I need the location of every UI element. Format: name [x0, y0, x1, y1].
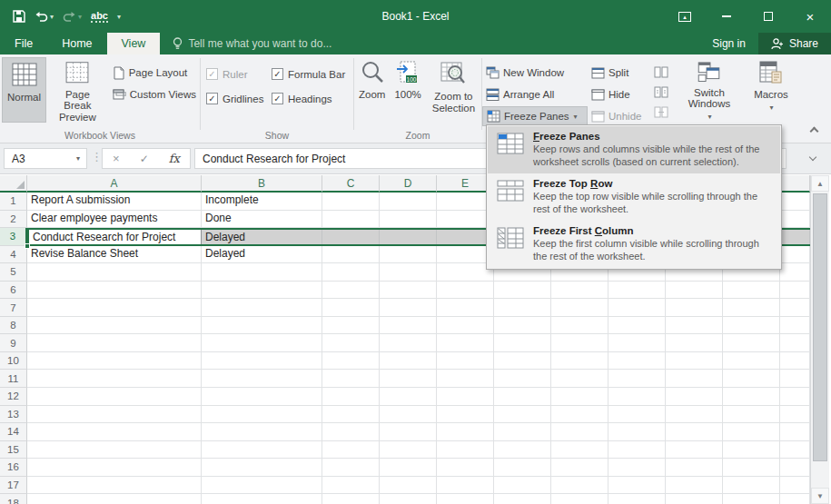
page-layout-button[interactable]: Page Layout [109, 63, 200, 83]
name-box-dropdown-icon[interactable]: ▾ [70, 154, 86, 163]
zoom-to-selection-button[interactable]: Zoom to Selection [426, 57, 481, 123]
arrange-all-button[interactable]: Arrange All [482, 84, 588, 104]
cell-H14[interactable] [608, 423, 666, 441]
cell-D10[interactable] [380, 352, 437, 371]
cell-A5[interactable] [27, 263, 202, 282]
cell-E11[interactable] [437, 370, 494, 388]
cell-G18[interactable] [551, 494, 608, 504]
cell-B12[interactable] [202, 388, 322, 406]
cell-D15[interactable] [380, 441, 437, 460]
save-button[interactable] [13, 10, 25, 23]
cell-D4[interactable] [380, 246, 437, 264]
view-side-by-side-button[interactable] [651, 63, 671, 81]
row-header-1[interactable]: 1 [0, 193, 27, 211]
cell-J14[interactable] [723, 423, 780, 441]
cell-H12[interactable] [608, 388, 666, 406]
tab-view[interactable]: View [107, 33, 161, 54]
cell-B5[interactable] [202, 263, 322, 282]
cell-D11[interactable] [380, 370, 437, 388]
cell-I17[interactable] [666, 477, 723, 495]
cell-F11[interactable] [494, 370, 551, 388]
cell-C15[interactable] [322, 441, 380, 460]
cell-G13[interactable] [551, 406, 608, 424]
spelling-button[interactable]: abc [91, 11, 108, 23]
menu-item-freeze-first-column[interactable]: Freeze First Column Keep the first colum… [488, 221, 780, 268]
cell-J15[interactable] [723, 441, 780, 460]
maximize-button[interactable] [747, 0, 789, 33]
customize-qat-button[interactable]: ▾ [117, 13, 121, 21]
split-button[interactable]: Split [588, 63, 648, 83]
cell-G11[interactable] [551, 370, 608, 388]
cell-J17[interactable] [723, 477, 780, 495]
cell-H8[interactable] [608, 317, 666, 335]
cell-C1[interactable] [322, 193, 380, 211]
cell-B1[interactable]: Incomplete [202, 193, 322, 211]
cell-K14[interactable] [780, 423, 810, 441]
cell-G12[interactable] [551, 388, 608, 406]
cell-K7[interactable] [780, 299, 810, 317]
cell-D14[interactable] [380, 423, 437, 441]
cell-K1[interactable] [780, 193, 810, 211]
row-header-3[interactable]: 3 [0, 228, 27, 246]
cell-D18[interactable] [380, 494, 437, 504]
row-header-16[interactable]: 16 [0, 459, 27, 477]
cell-I14[interactable] [666, 423, 723, 441]
cell-B13[interactable] [202, 406, 322, 424]
cell-B6[interactable] [202, 282, 322, 300]
cell-E16[interactable] [437, 459, 494, 477]
cell-J6[interactable] [723, 282, 780, 300]
menu-item-freeze-panes[interactable]: Freeze Panes Keep rows and columns visib… [488, 126, 780, 173]
cell-J8[interactable] [723, 317, 780, 335]
row-header-17[interactable]: 17 [0, 477, 27, 495]
cell-B9[interactable] [202, 334, 322, 352]
cell-C11[interactable] [322, 370, 380, 388]
cell-C2[interactable] [322, 211, 380, 229]
cell-H16[interactable] [608, 459, 666, 477]
cell-C6[interactable] [322, 282, 380, 300]
cell-A10[interactable] [27, 352, 202, 371]
scrollbar-thumb[interactable] [813, 193, 827, 461]
cell-C16[interactable] [322, 459, 380, 477]
cell-H6[interactable] [608, 282, 666, 300]
cell-A11[interactable] [27, 370, 202, 388]
cell-K4[interactable] [780, 246, 810, 264]
scroll-up-button[interactable]: ▲ [811, 175, 829, 192]
cell-K8[interactable] [780, 317, 810, 335]
cell-D17[interactable] [380, 477, 437, 495]
cell-C3[interactable] [322, 230, 380, 244]
fill-handle[interactable] [25, 243, 30, 249]
cell-H9[interactable] [608, 334, 666, 352]
cell-B15[interactable] [202, 441, 322, 460]
column-header-A[interactable]: A [27, 175, 202, 193]
cell-F6[interactable] [494, 282, 551, 300]
enter-entry-button[interactable]: ✓ [140, 153, 149, 165]
cell-F13[interactable] [494, 406, 551, 424]
cell-C14[interactable] [322, 423, 380, 441]
cell-G10[interactable] [551, 352, 608, 371]
cell-D3[interactable] [380, 230, 437, 244]
column-header[interactable] [780, 175, 810, 193]
new-window-button[interactable]: New Window [482, 63, 588, 83]
cell-E15[interactable] [437, 441, 494, 460]
cell-C5[interactable] [322, 263, 380, 282]
row-header-2[interactable]: 2 [0, 211, 27, 229]
cell-A12[interactable] [27, 388, 202, 406]
menu-item-freeze-top-row[interactable]: Freeze Top Row Keep the top row visible … [488, 173, 780, 221]
cell-A16[interactable] [27, 459, 202, 477]
cell-J7[interactable] [723, 299, 780, 317]
row-header-10[interactable]: 10 [0, 352, 27, 371]
cell-G9[interactable] [551, 334, 608, 352]
row-header-5[interactable]: 5 [0, 263, 27, 282]
cell-F14[interactable] [494, 423, 551, 441]
cell-G14[interactable] [551, 423, 608, 441]
formula-bar-checkbox[interactable]: ✓ Formula Bar [272, 68, 345, 80]
cell-F16[interactable] [494, 459, 551, 477]
cell-A4[interactable]: Revise Balance Sheet [27, 246, 202, 264]
cell-E8[interactable] [437, 317, 494, 335]
cell-D6[interactable] [380, 282, 437, 300]
vertical-scrollbar[interactable]: ▲ ▼ [810, 175, 829, 504]
undo-button[interactable]: ▾ [35, 11, 54, 23]
cell-C18[interactable] [322, 494, 380, 504]
cell-C12[interactable] [322, 388, 380, 406]
cell-F17[interactable] [494, 477, 551, 495]
